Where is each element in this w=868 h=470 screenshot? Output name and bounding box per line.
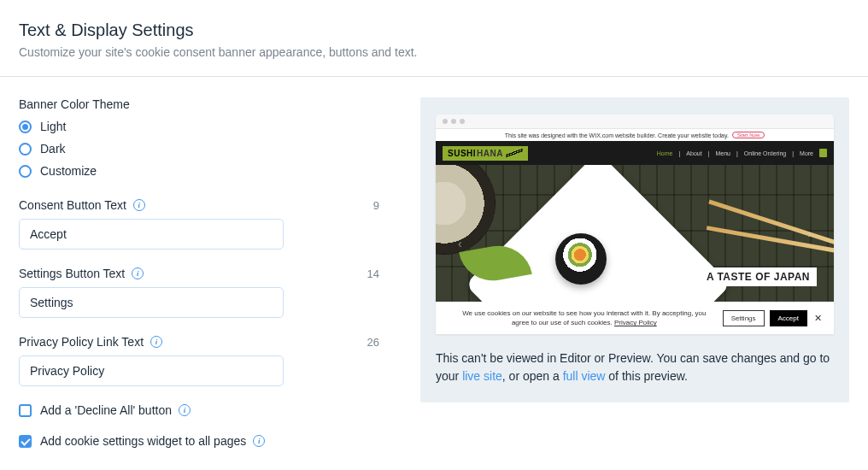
- page-subtitle: Customize your site's cookie consent ban…: [19, 45, 849, 59]
- info-icon[interactable]: i: [179, 404, 191, 416]
- chevron-right-icon: ›: [789, 206, 830, 261]
- info-icon[interactable]: i: [253, 435, 265, 447]
- radio-icon: [19, 165, 32, 178]
- preview-note: This can't be viewed in Editor or Previe…: [436, 350, 834, 385]
- decline-checkbox[interactable]: [19, 404, 32, 417]
- live-site-link[interactable]: live site: [462, 369, 502, 383]
- consent-label: Consent Button Text i: [19, 198, 145, 212]
- settings-label: Settings Button Text i: [19, 267, 144, 280]
- preview-logo: SUSHIHANA: [443, 146, 528, 161]
- widget-checkbox[interactable]: [19, 435, 32, 448]
- window-bar: [436, 115, 834, 129]
- widget-label: Add cookie settings widget to all pages …: [40, 434, 265, 448]
- privacy-input[interactable]: [19, 355, 284, 386]
- consent-input[interactable]: [19, 219, 284, 250]
- full-view-link[interactable]: full view: [563, 369, 606, 383]
- start-now-button: Start Now: [732, 132, 765, 138]
- page-title: Text & Display Settings: [19, 21, 849, 40]
- cookie-settings-button: Settings: [723, 310, 765, 326]
- settings-input[interactable]: [19, 287, 284, 318]
- preview-hero: ‹ › A TASTE OF JAPAN: [436, 165, 834, 302]
- theme-dark-label: Dark: [40, 142, 66, 156]
- close-icon: ✕: [812, 313, 824, 324]
- preview-nav-links: Home | About | Menu | Online Ordering | …: [657, 149, 827, 157]
- theme-label: Banner Color Theme: [19, 97, 383, 111]
- info-icon[interactable]: i: [150, 336, 162, 348]
- hero-tagline: A TASTE OF JAPAN: [700, 267, 817, 286]
- theme-option-light[interactable]: Light: [19, 120, 383, 133]
- window-dot-icon: [451, 119, 456, 124]
- theme-option-customize[interactable]: Customize: [19, 164, 383, 178]
- consent-count: 9: [373, 199, 383, 212]
- privacy-label: Privacy Policy Link Text i: [19, 335, 162, 349]
- preview-nav: SUSHIHANA Home | About | Menu | Online O…: [436, 141, 834, 165]
- radio-icon: [19, 143, 32, 156]
- cookie-accept-button: Accept: [770, 310, 807, 326]
- cookie-banner: We use cookies on our website to see how…: [436, 302, 834, 334]
- radio-icon: [19, 120, 32, 133]
- cookie-text: We use cookies on our website to see how…: [446, 308, 723, 327]
- preview-topbar: This site was designed with the WIX.com …: [436, 129, 834, 141]
- preview-panel: This site was designed with the WIX.com …: [420, 97, 849, 402]
- chevron-left-icon: ‹: [439, 216, 834, 250]
- window-dot-icon: [460, 119, 465, 124]
- theme-light-label: Light: [40, 120, 66, 133]
- window-dot-icon: [443, 119, 448, 124]
- cart-icon: [819, 149, 827, 157]
- theme-customize-label: Customize: [40, 164, 97, 178]
- privacy-count: 26: [367, 336, 383, 349]
- info-icon[interactable]: i: [132, 267, 144, 279]
- preview-window: This site was designed with the WIX.com …: [436, 115, 834, 334]
- info-icon[interactable]: i: [133, 199, 145, 211]
- chopsticks-icon: [506, 149, 523, 157]
- decline-label: Add a 'Decline All' button i: [40, 403, 191, 417]
- theme-option-dark[interactable]: Dark: [19, 142, 383, 156]
- settings-count: 14: [367, 267, 383, 280]
